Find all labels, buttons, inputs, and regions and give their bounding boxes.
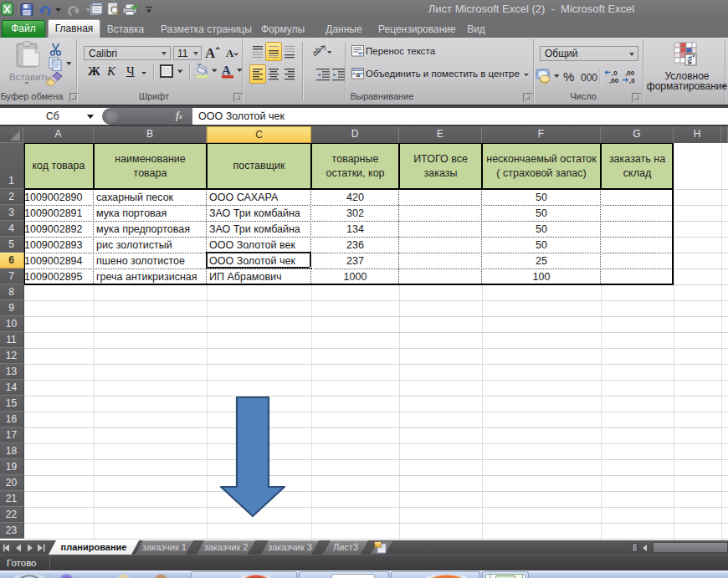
svg-text:A: A	[205, 45, 216, 61]
svg-text:%: %	[563, 69, 574, 84]
svg-text:A: A	[222, 64, 231, 77]
svg-text:,00: ,00	[609, 77, 619, 84]
svg-text:000: 000	[581, 72, 597, 84]
svg-text:,00: ,00	[625, 69, 635, 77]
svg-text:,0: ,0	[629, 77, 635, 84]
svg-text:,0: ,0	[612, 69, 618, 77]
svg-text:A: A	[226, 47, 234, 59]
